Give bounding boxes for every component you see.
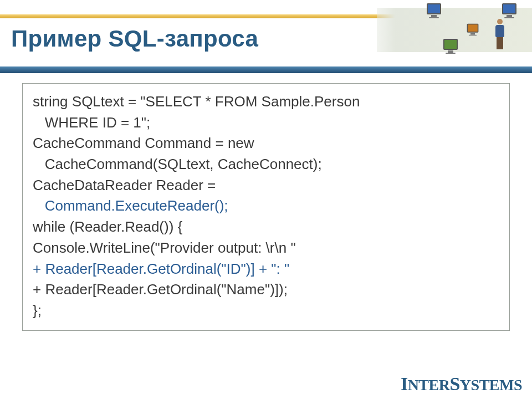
code-line: }; bbox=[33, 302, 42, 319]
code-line: string SQLtext = "SELECT * FROM Sample.P… bbox=[33, 93, 360, 110]
code-line: Console.WriteLine("Provider output: \r\n… bbox=[33, 239, 296, 256]
blue-separator-bar bbox=[0, 66, 532, 73]
monitor-icon bbox=[443, 39, 458, 54]
slide-title: Пример SQL-запроса bbox=[11, 25, 258, 52]
code-block: string SQLtext = "SELECT * FROM Sample.P… bbox=[22, 83, 510, 331]
code-line: WHERE ID = 1"; bbox=[33, 114, 150, 131]
code-line: CacheDataReader Reader = bbox=[33, 177, 216, 193]
code-line-highlight: + Reader[Reader.GetOrdinal("ID")] + ": " bbox=[33, 260, 289, 277]
code-line: CacheCommand Command = new bbox=[33, 135, 254, 151]
person-icon bbox=[493, 19, 507, 52]
slide-header: Пример SQL-запроса bbox=[0, 0, 532, 73]
monitor-icon bbox=[467, 24, 479, 36]
monitor-icon bbox=[502, 3, 516, 18]
intersystems-logo: INTERSYSTEMS bbox=[401, 374, 522, 395]
code-line: CacheCommand(SQLtext, CacheConnect); bbox=[33, 156, 322, 172]
code-line: + Reader[Reader.GetOrdinal("Name")]); bbox=[33, 281, 288, 298]
code-line-highlight: Command.ExecuteReader(); bbox=[33, 197, 228, 214]
monitor-icon bbox=[427, 3, 441, 18]
header-decoration bbox=[377, 0, 532, 73]
code-line: while (Reader.Read()) { bbox=[33, 218, 182, 235]
